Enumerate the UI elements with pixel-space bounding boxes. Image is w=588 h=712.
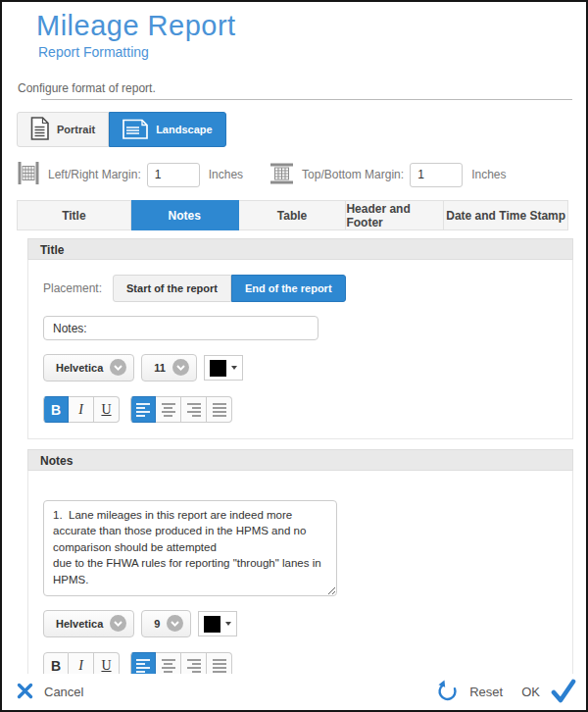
- notes-font-size-value: 9: [154, 618, 160, 630]
- chevron-down-circle-icon: [172, 359, 189, 378]
- notes-section-body: 1. Lane mileages in this report are inde…: [27, 471, 573, 695]
- align-justify-button[interactable]: [207, 396, 232, 423]
- top-bottom-margin-unit: Inches: [471, 168, 506, 181]
- title-text-input[interactable]: [43, 316, 318, 340]
- title-font-size-value: 11: [154, 362, 166, 374]
- top-bottom-margin-input[interactable]: [410, 163, 463, 187]
- notes-section: Notes 1. Lane mileages in this report ar…: [27, 449, 573, 695]
- ok-label: OK: [521, 685, 540, 699]
- title-align-group: [130, 396, 232, 423]
- align-center-button[interactable]: [156, 396, 181, 423]
- title-style-group: B I U: [43, 396, 120, 423]
- notes-textarea[interactable]: 1. Lane mileages in this report are inde…: [43, 500, 337, 596]
- notes-font-family-dropdown[interactable]: Helvetica: [43, 610, 134, 637]
- tab-notes[interactable]: Notes: [131, 200, 239, 230]
- portrait-page-icon: [30, 117, 49, 142]
- top-bottom-margin-group: Top/Bottom Margin: Inches: [270, 162, 506, 188]
- notes-section-header: Notes: [27, 449, 573, 471]
- align-center-icon: [162, 403, 175, 417]
- tab-date-and-time-stamp[interactable]: Date and Time Stamp: [444, 200, 568, 230]
- portrait-button-label: Portrait: [57, 124, 95, 135]
- caret-down-icon: [225, 622, 231, 626]
- top-bottom-margin-label: Top/Bottom Margin:: [302, 168, 404, 181]
- notes-font-color-picker[interactable]: [198, 611, 237, 636]
- title-font-color-picker[interactable]: [204, 355, 243, 381]
- notes-font-size-dropdown[interactable]: 9: [141, 610, 191, 637]
- top-bottom-margin-icon: [270, 162, 294, 188]
- reset-button[interactable]: Reset: [436, 679, 503, 705]
- footer-right: Reset OK: [436, 679, 576, 706]
- landscape-page-icon: [122, 119, 148, 141]
- tab-title[interactable]: Title: [17, 200, 131, 230]
- left-right-margin-label: Left/Right Margin:: [48, 168, 141, 181]
- landscape-button-label: Landscape: [156, 124, 212, 135]
- title-font-row: Helvetica 11: [43, 354, 558, 381]
- align-left-icon: [136, 403, 150, 417]
- notes-font-row: Helvetica 9: [43, 610, 558, 637]
- align-left-icon: [136, 659, 150, 673]
- tab-table[interactable]: Table: [239, 200, 347, 230]
- chevron-down-circle-icon: [110, 615, 126, 634]
- page-subtitle: Report Formatting: [38, 43, 586, 61]
- color-swatch: [204, 616, 220, 633]
- bold-button[interactable]: B: [43, 396, 69, 423]
- align-right-icon: [187, 403, 201, 417]
- placement-row: Placement: Start of the report End of th…: [43, 275, 558, 302]
- align-right-icon: [187, 659, 201, 673]
- color-swatch: [210, 360, 226, 377]
- title-font-size-dropdown[interactable]: 11: [141, 354, 197, 381]
- align-justify-icon: [213, 403, 226, 417]
- align-justify-icon: [213, 659, 226, 673]
- align-right-button[interactable]: [181, 396, 207, 423]
- placement-end-button[interactable]: End of the report: [231, 275, 346, 302]
- chevron-down-circle-icon: [110, 359, 126, 378]
- page-description: Configure format of report.: [18, 81, 586, 95]
- reset-icon: [436, 679, 459, 705]
- mileage-report-dialog: { "header": { "title": "Mileage Report",…: [0, 0, 588, 712]
- title-font-family-dropdown[interactable]: Helvetica: [43, 354, 134, 381]
- italic-button[interactable]: I: [69, 396, 94, 423]
- page-title: Mileage Report: [36, 8, 586, 43]
- ok-button[interactable]: OK: [521, 679, 576, 706]
- notes-font-family-value: Helvetica: [56, 618, 103, 630]
- portrait-button[interactable]: Portrait: [17, 112, 109, 147]
- placement-label: Placement:: [43, 281, 102, 295]
- align-center-icon: [162, 659, 175, 673]
- left-right-margin-input[interactable]: [147, 163, 200, 187]
- format-tabs: Title Notes Table Header and Footer Date…: [17, 200, 568, 230]
- underline-button[interactable]: U: [94, 396, 120, 423]
- title-font-family-value: Helvetica: [56, 362, 103, 374]
- dialog-footer: Cancel Reset OK: [2, 674, 586, 710]
- chevron-down-circle-icon: [167, 615, 183, 634]
- placement-start-button[interactable]: Start of the report: [113, 275, 231, 302]
- tab-header-and-footer[interactable]: Header and Footer: [346, 200, 444, 230]
- ok-check-icon: [551, 679, 576, 706]
- header-divider: [41, 99, 572, 100]
- title-section-body: Placement: Start of the report End of th…: [27, 260, 573, 439]
- orientation-toggle: Portrait Landscape: [17, 112, 586, 147]
- caret-down-icon: [231, 366, 237, 370]
- left-right-margin-icon: [17, 161, 40, 188]
- title-section-header: Title: [27, 238, 573, 260]
- cancel-x-icon: [17, 683, 33, 702]
- cancel-label: Cancel: [44, 685, 83, 699]
- cancel-button[interactable]: Cancel: [17, 683, 83, 702]
- align-left-button[interactable]: [130, 396, 156, 423]
- title-format-row: B I U: [43, 396, 558, 423]
- landscape-button[interactable]: Landscape: [109, 112, 225, 147]
- left-right-margin-unit: Inches: [209, 168, 243, 181]
- dialog-header: Mileage Report Report Formatting: [2, 2, 586, 61]
- margins-row: Left/Right Margin: Inches Top/Bottom Mar…: [17, 161, 586, 188]
- title-section: Title Placement: Start of the report End…: [27, 238, 573, 439]
- reset-label: Reset: [469, 685, 503, 699]
